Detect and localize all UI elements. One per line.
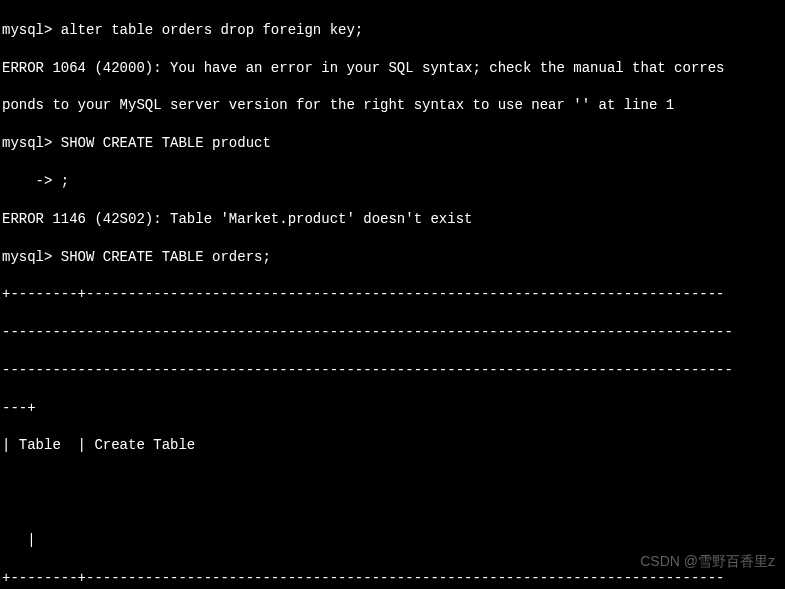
sql-command-line: mysql> SHOW CREATE TABLE orders; [2,248,783,267]
table-border-line: ---+ [2,399,783,418]
table-border-line: +--------+------------------------------… [2,285,783,304]
error-line: ERROR 1146 (42S02): Table 'Market.produc… [2,210,783,229]
sql-command-line: mysql> alter table orders drop foreign k… [2,21,783,40]
error-line: ponds to your MySQL server version for t… [2,96,783,115]
sql-continuation-line: -> ; [2,172,783,191]
sql-command-line: mysql> SHOW CREATE TABLE product [2,134,783,153]
table-border-line: +--------+------------------------------… [2,569,783,588]
table-border-line: ----------------------------------------… [2,361,783,380]
table-border-line: ----------------------------------------… [2,323,783,342]
error-line: ERROR 1064 (42000): You have an error in… [2,59,783,78]
csdn-watermark: CSDN @雪野百香里z [640,552,775,571]
table-header-line: | [2,531,783,550]
terminal-output: mysql> alter table orders drop foreign k… [2,2,783,589]
table-header-line: | Table | Create Table [2,436,783,455]
